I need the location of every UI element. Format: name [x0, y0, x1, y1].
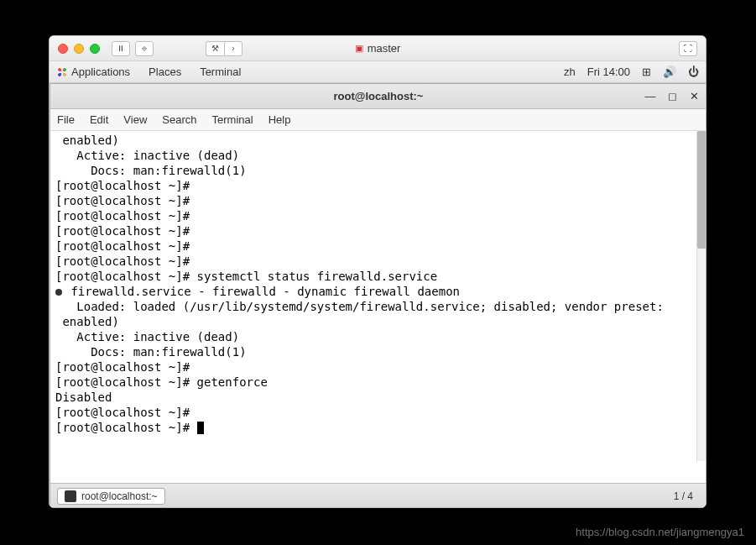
menu-search[interactable]: Search [162, 113, 196, 126]
minimize-traffic-light[interactable] [74, 44, 84, 54]
watermark: https://blog.csdn.net/jiangmengya1 [576, 526, 744, 538]
terminal-menubar: File Edit View Search Terminal Help [50, 109, 706, 131]
snapshot-button[interactable]: ⎆ [135, 41, 154, 56]
close-button[interactable]: ✕ [686, 89, 701, 104]
vm-title-text: master [368, 42, 401, 55]
terminal-content[interactable]: enabled) Active: inactive (dead) Docs: m… [50, 131, 706, 461]
applications-menu[interactable]: Applications [71, 66, 130, 78]
mac-toolbar: ⏸ ⎆ ⚒ › [112, 41, 242, 56]
taskbar-window-label: root@localhost:~ [81, 490, 158, 502]
tools-button[interactable]: ⚒ [206, 41, 224, 56]
minimize-button[interactable]: — [643, 89, 658, 104]
menu-terminal[interactable]: Terminal [212, 113, 253, 126]
gnome-top-panel: Applications Places Terminal zh Fri 14:0… [50, 61, 706, 83]
next-button[interactable]: › [224, 41, 242, 56]
workspace-indicator[interactable]: 1 / 4 [667, 489, 700, 504]
pause-button[interactable]: ⏸ [112, 41, 130, 56]
terminal-titlebar[interactable]: root@localhost:~ — ◻ ✕ [50, 84, 706, 109]
mac-titlebar: ⏸ ⎆ ⚒ › ▣ master ⛶ [50, 36, 706, 61]
clock[interactable]: Fri 14:00 [587, 66, 630, 78]
gnome-taskbar: root@localhost:~ 1 / 4 [50, 483, 706, 508]
maximize-button[interactable]: ◻ [665, 89, 680, 104]
terminal-window: root@localhost:~ — ◻ ✕ File Edit View Se… [50, 83, 706, 508]
close-traffic-light[interactable] [58, 44, 68, 54]
terminal-scrollbar[interactable] [696, 131, 706, 461]
menu-view[interactable]: View [123, 113, 147, 126]
vm-title: ▣ master [355, 42, 401, 55]
menu-help[interactable]: Help [269, 113, 291, 126]
menu-edit[interactable]: Edit [90, 113, 108, 126]
traffic-lights [58, 44, 100, 54]
expand-button[interactable]: ⛶ [679, 41, 697, 56]
scrollbar-thumb[interactable] [697, 131, 706, 249]
terminal-title: root@localhost:~ [334, 90, 424, 102]
vm-icon: ▣ [355, 43, 363, 54]
panel-right: zh Fri 14:00 ⊞ 🔊 ⏻ [564, 66, 699, 78]
menu-file[interactable]: File [57, 113, 75, 126]
input-method-indicator[interactable]: zh [564, 66, 576, 78]
places-menu[interactable]: Places [149, 66, 181, 78]
terminal-task-icon [65, 490, 76, 502]
network-icon[interactable]: ⊞ [642, 66, 651, 78]
taskbar-window-button[interactable]: root@localhost:~ [57, 488, 165, 505]
vm-window: ⏸ ⎆ ⚒ › ▣ master ⛶ Applications Places T… [49, 35, 706, 508]
volume-icon[interactable]: 🔊 [663, 66, 676, 78]
zoom-traffic-light[interactable] [90, 44, 100, 54]
apps-icon [56, 66, 68, 78]
terminal-launcher[interactable]: Terminal [200, 66, 241, 78]
power-icon[interactable]: ⏻ [688, 66, 699, 78]
